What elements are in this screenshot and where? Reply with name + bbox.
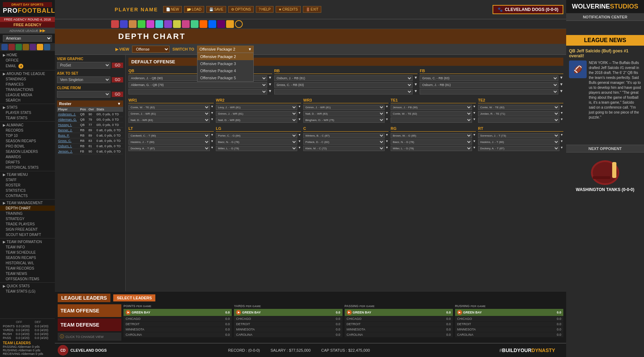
tab-icon-14[interactable]: [226, 20, 234, 28]
sidebar-item-sign-free-agent[interactable]: SIGN FREE AGENT: [0, 227, 55, 232]
sidebar-item-standings[interactable]: STANDINGS: [0, 76, 55, 82]
qb-slot-2[interactable]: Alderman, G. - QB (79): [128, 82, 267, 88]
rb-slot-2[interactable]: Gross, C. - RB (83): [274, 82, 413, 88]
c-slot-1-arrow[interactable]: ▼: [385, 133, 389, 138]
sidebar-item-team-news[interactable]: TEAM NEWS: [0, 271, 55, 276]
te1-slot-2-arrow[interactable]: ▼: [473, 111, 476, 116]
tab-icon-12[interactable]: [208, 20, 216, 28]
tab-icon-10[interactable]: [191, 20, 199, 28]
sidebar-item-offseason[interactable]: OFFSEASON ITEMS: [0, 276, 55, 282]
view-graphic-select[interactable]: ProSet: [57, 62, 110, 69]
wr3-slot-2-arrow[interactable]: ▼: [385, 111, 389, 116]
load-button[interactable]: 📂 LOAD: [184, 6, 204, 13]
sidebar-item-awards[interactable]: AWARDS: [0, 154, 55, 160]
sidebar-item-trade-players[interactable]: TRADE PLAYERS: [0, 221, 55, 227]
sidebar-item-email[interactable]: EMAIL 4: [0, 63, 55, 69]
lt-slot-1-arrow[interactable]: ▼: [211, 133, 214, 138]
roster-player-link-4[interactable]: Benner, J.: [58, 128, 73, 132]
wr1-slot-1-arrow[interactable]: ▼: [211, 105, 214, 110]
te2-slot-2[interactable]: Jordan, R. - TE (71): [478, 111, 559, 116]
ask-to-set-select[interactable]: Vern Singleton: [57, 76, 110, 83]
rg-slot-2[interactable]: Baez, N. - G (78): [391, 139, 472, 145]
rg-slot-2-arrow[interactable]: ▼: [473, 139, 476, 145]
help-button[interactable]: ? HELP: [256, 6, 274, 13]
lg-slot-1[interactable]: Porter, C. - G (84): [216, 133, 297, 138]
conference-select[interactable]: American National: [3, 35, 52, 42]
lt-slot-1[interactable]: Cardwell, C. - T (90): [128, 133, 210, 138]
team-icon-6[interactable]: [37, 44, 43, 50]
tab-icon-2[interactable]: [120, 20, 128, 28]
roster-player-link-1[interactable]: Anderson, J.: [58, 113, 76, 116]
tab-icon-6[interactable]: [155, 20, 163, 28]
sidebar-item-records[interactable]: RECORDS: [0, 128, 55, 133]
sidebar-item-top10[interactable]: TOP 10: [0, 133, 55, 138]
fb-slot-1-arrow[interactable]: ▼: [559, 75, 563, 81]
qb-slot-3[interactable]: [128, 89, 267, 94]
te2-slot-3[interactable]: [478, 117, 559, 123]
click-change-view[interactable]: ⓘ CLICK TO CHANGE VIEW: [58, 333, 121, 341]
team-icon-4[interactable]: [23, 44, 29, 50]
wr2-slot-3-arrow[interactable]: ▼: [298, 117, 301, 123]
rt-slot-2-arrow[interactable]: ▼: [560, 139, 563, 145]
sidebar-item-staff[interactable]: STAFF: [0, 177, 55, 183]
sidebar-item-team-schedule[interactable]: TEAM SCHEDULE: [0, 250, 55, 255]
wr1-slot-2[interactable]: Grimm, J. - WR (81): [128, 111, 210, 116]
wr2-slot-2-arrow[interactable]: ▼: [298, 111, 301, 116]
dropdown-item-pkg4[interactable]: Offensive Package 4: [197, 67, 253, 74]
credits-button[interactable]: ★ CREDITS: [276, 6, 301, 13]
wr3-slot-3-arrow[interactable]: ▼: [385, 117, 389, 123]
new-button[interactable]: 📄 NEW: [163, 6, 182, 13]
fb-slot-2-arrow[interactable]: ▼: [559, 82, 563, 88]
sidebar-item-team-menu[interactable]: ▶ TEAM MENU: [0, 172, 55, 177]
sidebar-item-team-records[interactable]: TEAM RECORDS: [0, 266, 55, 271]
wr1-slot-3-arrow[interactable]: ▼: [211, 117, 214, 123]
c-slot-3-arrow[interactable]: ▼: [385, 146, 389, 151]
rb-slot-3-arrow[interactable]: ▼: [414, 89, 418, 94]
tab-icon-7[interactable]: [164, 20, 172, 28]
dropdown-item-pkg5[interactable]: Offensive Package 5: [197, 74, 253, 81]
lg-slot-2-arrow[interactable]: ▼: [298, 139, 301, 145]
rg-slot-1-arrow[interactable]: ▼: [473, 133, 476, 138]
sidebar-item-depth-chart[interactable]: DEPTH CHART: [0, 206, 55, 211]
c-slot-2[interactable]: Pollack, D. - C (82): [303, 139, 385, 145]
roster-scroll-btn[interactable]: ▼: [117, 102, 121, 106]
lg-slot-3-arrow[interactable]: ▼: [298, 146, 301, 151]
rg-slot-1[interactable]: Brown, W. - G (85): [391, 133, 472, 138]
fb-slot-3-arrow[interactable]: ▼: [559, 89, 563, 94]
rt-slot-1-arrow[interactable]: ▼: [560, 133, 563, 138]
te1-slot-3[interactable]: [391, 117, 472, 123]
sidebar-item-team-stats-lg[interactable]: TEAM STATS (LG): [0, 289, 55, 294]
lg-slot-3[interactable]: Miller, L. - G (78): [216, 146, 297, 151]
rb-slot-3[interactable]: [274, 89, 413, 94]
sidebar-item-roster[interactable]: ROSTER: [0, 183, 55, 188]
rg-slot-3-arrow[interactable]: ▼: [473, 146, 476, 151]
sidebar-item-home[interactable]: ▶ HOME: [0, 52, 55, 58]
lg-slot-2[interactable]: Baez, N. - G (78): [216, 139, 297, 145]
sidebar-item-historical-wl[interactable]: HISTORICAL W/L: [0, 260, 55, 266]
view-select[interactable]: Offense Defense Special Teams: [132, 46, 169, 53]
sidebar-item-season-recaps2[interactable]: SEASON RECAPS: [0, 255, 55, 260]
te1-slot-1-arrow[interactable]: ▼: [473, 105, 476, 110]
clone-from-go[interactable]: GO: [112, 92, 123, 97]
sidebar-item-training[interactable]: TRAINING: [0, 211, 55, 216]
roster-player-link-7[interactable]: Osburn, I.: [58, 144, 72, 148]
sidebar-item-search[interactable]: SEARCH: [0, 98, 55, 103]
view-graphic-go[interactable]: GO: [112, 63, 123, 68]
wr2-slot-3[interactable]: Nall, D. - WR (83): [216, 117, 297, 123]
wr1-slot-3[interactable]: Nall, D. - WR (83): [128, 117, 210, 123]
sidebar-item-season-recaps[interactable]: SEASON RECAPS: [0, 138, 55, 144]
wr3-slot-3[interactable]: Bingham, O. - WR (75): [303, 117, 385, 123]
c-slot-1[interactable]: Winters, B. - C (87): [303, 133, 385, 138]
ask-to-set-go[interactable]: GO: [112, 77, 123, 82]
team-icon-2[interactable]: [8, 44, 15, 50]
team-icon-1[interactable]: [1, 44, 8, 50]
sidebar-item-team-stats[interactable]: TEAM STATS: [0, 115, 55, 121]
sidebar-item-quick-stats[interactable]: ▶ QUICK STATS: [0, 283, 55, 289]
options-button[interactable]: ⚙ OPTIONS: [228, 6, 254, 13]
wr2-slot-2[interactable]: Grimm, J. - WR (81): [216, 111, 297, 116]
sidebar-item-pro-bowl[interactable]: PRO BOWL: [0, 144, 55, 149]
fb-slot-2[interactable]: Osburn, J. - RB (81): [420, 82, 558, 88]
lg-slot-1-arrow[interactable]: ▼: [298, 133, 301, 138]
sidebar-item-around-league[interactable]: ▶ AROUND THE LEAGUE: [0, 71, 55, 76]
tab-icon-15[interactable]: [235, 20, 243, 28]
